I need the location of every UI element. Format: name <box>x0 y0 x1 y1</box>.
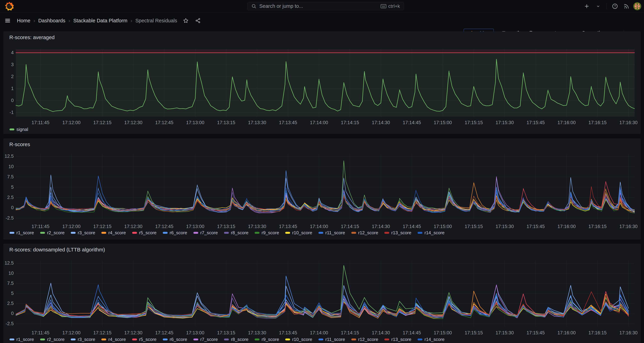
grafana-logo[interactable] <box>4 2 14 11</box>
legend-swatch <box>318 232 323 234</box>
legend-item-r11_score[interactable]: r11_score <box>318 230 345 235</box>
y-axis-tick-label: 1 <box>0 86 14 91</box>
y-axis-tick-label: 12.5 <box>0 154 14 159</box>
legend-item-r8_score[interactable]: r8_score <box>224 230 248 235</box>
legend-swatch <box>10 338 14 340</box>
threshold-region-above <box>16 49 635 53</box>
x-axis-tick-label: 17:12:00 <box>58 330 85 335</box>
legend-swatch <box>132 338 137 340</box>
legend-item-r2_score[interactable]: r2_score <box>40 230 64 235</box>
breadcrumb-dashboards[interactable]: Dashboards <box>38 18 65 24</box>
legend-item-signal[interactable]: signal <box>10 127 28 132</box>
legend-label: r12_score <box>358 337 378 342</box>
x-axis-tick-label: 17:14:45 <box>398 120 426 125</box>
x-axis-tick-label: 17:12:30 <box>120 120 147 125</box>
legend-item-r12_score[interactable]: r12_score <box>351 230 378 235</box>
breadcrumb: Home › Dashboards › Stackable Data Platf… <box>17 16 202 25</box>
legend-item-r14_score[interactable]: r14_score <box>418 230 444 235</box>
legend-item-r13_score[interactable]: r13_score <box>384 230 411 235</box>
x-axis-tick-label: 17:12:00 <box>58 224 85 229</box>
x-axis-tick-label: 17:11:45 <box>27 224 54 229</box>
legend-label: r13_score <box>391 337 411 342</box>
x-axis-tick-label: 17:11:45 <box>27 120 54 125</box>
y-axis-tick-label: 7.5 <box>0 174 14 180</box>
x-axis-tick-label: 17:16:15 <box>584 224 611 229</box>
x-axis-tick-label: 17:12:45 <box>150 330 178 335</box>
y-axis-tick-label: 4 <box>0 50 14 55</box>
help-icon[interactable]: ? <box>610 2 620 11</box>
favorite-star-button[interactable] <box>181 16 190 25</box>
breadcrumb-folder[interactable]: Stackable Data Platform <box>73 18 128 24</box>
user-avatar[interactable] <box>633 2 641 10</box>
legend-item-r11_score[interactable]: r11_score <box>318 337 345 342</box>
panel-title[interactable]: R-scores: downsampled (LTTB algorithm) <box>9 247 105 253</box>
legend-item-r8_score[interactable]: r8_score <box>224 337 248 342</box>
legend-item-r2_score[interactable]: r2_score <box>40 337 64 342</box>
top-navbar: Search or jump to... ctrl+k ? <box>0 0 644 13</box>
legend-item-r10_score[interactable]: r10_score <box>285 230 312 235</box>
grafana-dashboard: Search or jump to... ctrl+k ? <box>0 0 644 343</box>
legend-item-r6_score[interactable]: r6_score <box>163 337 187 342</box>
chart-canvas[interactable] <box>16 260 635 326</box>
legend-item-r7_score[interactable]: r7_score <box>194 337 218 342</box>
legend-label: r11_score <box>325 230 345 235</box>
breadcrumb-home[interactable]: Home <box>17 18 30 24</box>
x-axis-tick-label: 17:16:30 <box>614 224 642 229</box>
legend-swatch <box>384 338 389 340</box>
x-axis-tick-label: 17:12:30 <box>120 224 147 229</box>
legend-item-r3_score[interactable]: r3_score <box>71 337 95 342</box>
x-axis-tick-label: 17:13:30 <box>243 120 271 125</box>
legend-item-r6_score[interactable]: r6_score <box>163 230 187 235</box>
legend-item-r13_score[interactable]: r13_score <box>384 337 411 342</box>
legend-item-r10_score[interactable]: r10_score <box>285 337 312 342</box>
legend-label: r10_score <box>292 337 312 342</box>
legend-swatch <box>224 338 229 340</box>
legend-swatch <box>163 338 168 340</box>
new-plus-button[interactable] <box>582 2 591 11</box>
panel-r-scores: R-scores 12.5107.552.50-2.517:11:4517:12… <box>4 139 640 239</box>
legend-item-r1_score[interactable]: r1_score <box>10 230 34 235</box>
legend-label: r1_score <box>16 337 34 342</box>
mega-menu-toggle[interactable] <box>3 16 12 25</box>
chart-canvas[interactable] <box>16 49 635 117</box>
legend-swatch <box>384 232 389 234</box>
x-axis-tick-label: 17:13:15 <box>212 330 240 335</box>
panel-title[interactable]: R-scores <box>9 141 30 147</box>
legend-item-r5_score[interactable]: r5_score <box>132 337 156 342</box>
legend-item-r3_score[interactable]: r3_score <box>71 230 95 235</box>
legend-item-r4_score[interactable]: r4_score <box>101 230 126 235</box>
legend-item-r1_score[interactable]: r1_score <box>10 337 34 342</box>
y-axis-tick-label: 2.5 <box>0 195 14 200</box>
legend-item-r9_score[interactable]: r9_score <box>254 230 279 235</box>
x-axis-tick-label: 17:16:30 <box>614 330 642 335</box>
chart-legend: r1_scorer2_scorer3_scorer4_scorer5_score… <box>10 230 444 235</box>
chart-canvas[interactable] <box>16 154 635 219</box>
legend-item-r9_score[interactable]: r9_score <box>254 337 279 342</box>
y-axis-tick-label: -2.5 <box>0 321 14 326</box>
legend-label: r4_score <box>108 337 126 342</box>
legend-label: r8_score <box>231 337 248 342</box>
legend-item-r12_score[interactable]: r12_score <box>351 337 378 342</box>
new-chevron-down-icon[interactable] <box>594 2 603 11</box>
legend-item-r5_score[interactable]: r5_score <box>132 230 156 235</box>
dashboard-subnav: Home › Dashboards › Stackable Data Platf… <box>0 13 644 29</box>
legend-item-r4_score[interactable]: r4_score <box>101 337 126 342</box>
x-axis-tick-label: 17:13:45 <box>274 224 302 229</box>
x-axis-tick-label: 17:13:00 <box>182 330 209 335</box>
panel-title[interactable]: R-scores: averaged <box>9 35 55 40</box>
x-axis-tick-label: 17:14:15 <box>336 330 364 335</box>
legend-label: r1_score <box>16 230 34 235</box>
legend-item-r7_score[interactable]: r7_score <box>194 230 218 235</box>
x-axis-tick-label: 17:12:15 <box>88 224 116 229</box>
legend-item-r14_score[interactable]: r14_score <box>418 337 444 342</box>
news-rss-icon[interactable] <box>622 2 631 11</box>
legend-label: r3_score <box>78 337 95 342</box>
search-placeholder: Search or jump to... <box>259 3 378 9</box>
x-axis-tick-label: 17:15:45 <box>522 120 550 125</box>
x-axis-tick-label: 17:14:00 <box>305 120 333 125</box>
search-input[interactable]: Search or jump to... ctrl+k <box>247 2 404 10</box>
legend-swatch <box>418 338 422 340</box>
x-axis-tick-label: 17:12:15 <box>88 330 116 335</box>
share-button[interactable] <box>194 16 202 25</box>
x-axis-tick-label: 17:12:45 <box>150 224 178 229</box>
